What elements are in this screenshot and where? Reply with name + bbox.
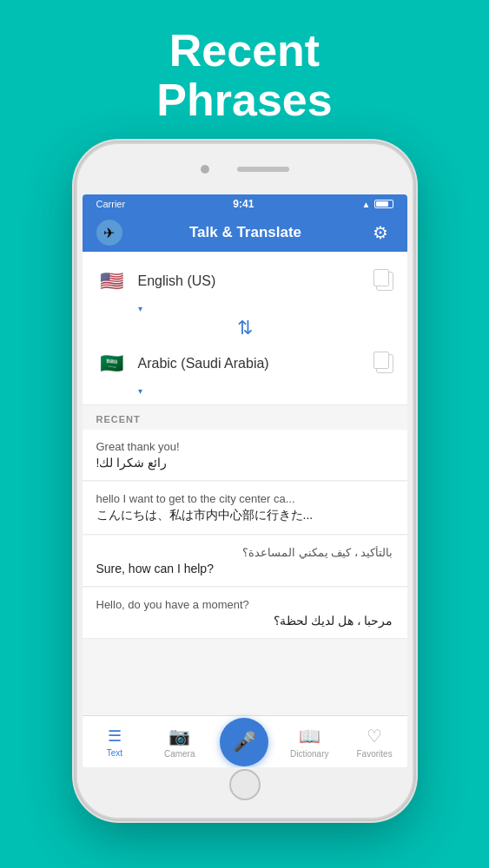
mic-button[interactable]: 🎤 <box>220 718 268 766</box>
recent-label: RECENT <box>83 405 407 430</box>
mic-icon: 🎤 <box>233 731 256 753</box>
list-item[interactable]: Great thank you! !رائع شكرا لك <box>83 430 407 481</box>
list-item[interactable]: Hello, do you have a moment? مرحبا ، هل … <box>83 588 407 639</box>
phrase-translated-2: こんにちは、私は市内中心部に行きた... <box>96 508 393 523</box>
phrase-translated-4: مرحبا ، هل لديك لحظة؟ <box>96 614 393 628</box>
swap-icon: ⇅ <box>237 317 253 339</box>
phone-screen: Carrier 9:41 ▲ ✈ Talk & Translate <box>83 194 407 767</box>
page-heading: Recent Phrases <box>0 0 489 142</box>
phrase-original-3: بالتأكيد ، كيف يمكني المساعدة؟ <box>96 546 393 559</box>
text-tab-label: Text <box>107 748 122 758</box>
text-tab-icon: ☰ <box>108 727 122 746</box>
recent-section: RECENT Great thank you! !رائع شكرا لك he… <box>83 405 407 715</box>
phrase-original-2: hello I want to get to the city center c… <box>96 492 393 505</box>
app-navbar: ✈ Talk & Translate ⚙ <box>83 214 407 252</box>
phone-top-bar <box>77 144 413 194</box>
tab-microphone[interactable]: 🎤 <box>212 716 277 767</box>
target-chevron-icon: ▾ <box>96 385 393 396</box>
source-language-row[interactable]: 🇺🇸 English (US) <box>96 260 393 302</box>
source-flag: 🇺🇸 <box>96 266 128 297</box>
app-logo[interactable]: ✈ <box>96 220 122 246</box>
favorites-tab-icon: ♡ <box>367 726 382 746</box>
phone-frame: Carrier 9:41 ▲ ✈ Talk & Translate <box>0 142 489 819</box>
phrase-translated-3: Sure, how can I help? <box>96 562 393 575</box>
source-language-name: English (US) <box>138 273 216 289</box>
target-language-name: Arabic (Saudi Arabia) <box>138 356 269 372</box>
camera-tab-label: Camera <box>164 749 195 759</box>
dictionary-tab-icon: 📖 <box>299 726 320 746</box>
target-flag: 🇸🇦 <box>96 348 128 379</box>
tab-text[interactable]: ☰ Text <box>83 716 148 767</box>
list-item[interactable]: hello I want to get to the city center c… <box>83 482 407 535</box>
speaker <box>237 167 289 172</box>
tab-favorites[interactable]: ♡ Favorites <box>342 716 407 767</box>
carrier-text: Carrier <box>96 199 126 209</box>
target-language-row[interactable]: 🇸🇦 Arabic (Saudi Arabia) <box>96 343 393 385</box>
swap-languages-button[interactable]: ⇅ <box>96 313 393 343</box>
tab-camera[interactable]: 📷 Camera <box>147 716 212 767</box>
battery-icon <box>374 200 393 208</box>
copy-target-icon[interactable] <box>376 354 393 373</box>
front-camera <box>201 165 209 174</box>
target-language-left: 🇸🇦 Arabic (Saudi Arabia) <box>96 348 269 379</box>
app-title: Talk & Translate <box>189 224 301 241</box>
language-selector: 🇺🇸 English (US) ▾ ⇅ 🇸🇦 Ar <box>83 252 407 405</box>
title-line2: Phrases <box>156 75 332 125</box>
phrase-original-4: Hello, do you have a moment? <box>96 598 393 611</box>
phrase-translated-1: !رائع شكرا لك <box>96 456 393 470</box>
settings-button[interactable]: ⚙ <box>368 220 393 245</box>
phone-body: Carrier 9:41 ▲ ✈ Talk & Translate <box>76 142 414 819</box>
tab-dictionary[interactable]: 📖 Dictionary <box>277 716 342 767</box>
phrase-original-1: Great thank you! <box>96 440 393 453</box>
wifi-icon: ▲ <box>362 200 371 209</box>
title-line1: Recent <box>169 25 320 76</box>
battery-fill <box>376 201 388 207</box>
list-item[interactable]: بالتأكيد ، كيف يمكني المساعدة؟ Sure, how… <box>83 536 407 587</box>
status-bar: Carrier 9:41 ▲ <box>83 194 407 214</box>
dictionary-tab-label: Dictionary <box>290 749 328 759</box>
source-language-left: 🇺🇸 English (US) <box>96 266 216 297</box>
phone-bottom-bar <box>77 767 413 802</box>
copy-source-icon[interactable] <box>376 272 393 291</box>
tab-bar: ☰ Text 📷 Camera 🎤 <box>83 715 407 767</box>
camera-tab-icon: 📷 <box>169 726 190 746</box>
status-icons: ▲ <box>362 200 393 209</box>
home-button[interactable] <box>229 769 261 800</box>
gear-icon: ⚙ <box>373 222 388 243</box>
logo-icon: ✈ <box>103 225 115 241</box>
time-display: 9:41 <box>233 198 254 210</box>
favorites-tab-label: Favorites <box>357 749 393 759</box>
source-chevron-icon: ▾ <box>96 302 393 313</box>
